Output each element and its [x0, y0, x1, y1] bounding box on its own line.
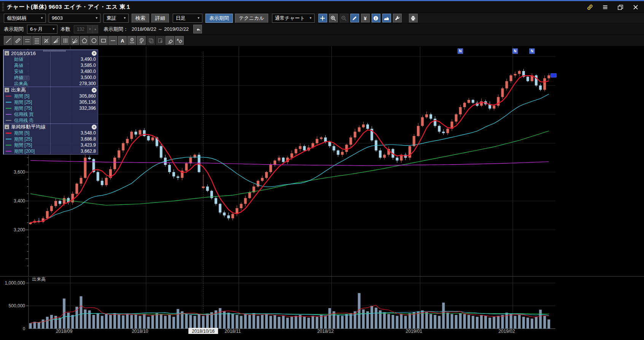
svg-text:2018/11: 2018/11 [225, 329, 241, 334]
titlebar-grip[interactable] [2, 3, 4, 11]
pentagon-tool[interactable] [80, 36, 89, 45]
ellipse-tool[interactable] [89, 36, 98, 45]
vertical-lines-tool[interactable] [61, 36, 70, 45]
svg-text:2018/12: 2018/12 [317, 329, 334, 334]
info-row: 信用残 売 [4, 117, 98, 123]
reset-period-button[interactable] [193, 25, 202, 33]
info-label: 終値 [14, 74, 23, 81]
parallel-lines-tool[interactable] [23, 36, 32, 45]
display-period-button[interactable]: 表示期間 [205, 14, 233, 23]
multi-lines-tool[interactable] [32, 36, 41, 45]
info-row: 期間 [25]3,686.8 [4, 136, 98, 142]
chevron-down-icon: ▼ [197, 16, 200, 20]
news-marker[interactable]: N [458, 49, 463, 54]
horizontal-line-tool[interactable] [108, 36, 117, 45]
rectangle-tool[interactable] [99, 36, 108, 45]
trendline-tool[interactable] [4, 36, 13, 45]
restore-icon[interactable] [617, 3, 624, 11]
svg-text:2018/10/16: 2018/10/16 [192, 329, 215, 334]
code-input[interactable]: 9603 ▼ [49, 14, 100, 23]
info-value: 3,480.0 [81, 69, 96, 74]
detail-button[interactable]: 詳細 [151, 14, 169, 23]
link-icon[interactable] [586, 3, 594, 11]
chevron-down-icon: ▼ [123, 16, 126, 20]
window-title: チャート(単体) 9603 エイチ・アイ・エス 東１ [7, 3, 131, 11]
svg-text:N: N [531, 49, 533, 53]
info-section-title: 出来高 [11, 87, 26, 93]
info-value: 3,662.8 [81, 149, 96, 154]
main-toolbar: 個別銘柄 ▼ 9603 ▼ 東証 ▼ 検索 詳細 日足 ▼ 表示期間 テクニカル… [0, 13, 644, 24]
news-marker[interactable]: N [513, 49, 518, 54]
category-select-value: 個別銘柄 [7, 15, 27, 22]
category-select[interactable]: 個別銘柄 ▼ [4, 14, 46, 23]
zoom-in-button[interactable] [329, 14, 338, 22]
chart-canvas[interactable]: 4,4004,2004,0003,8003,6003,4003,2001,000… [0, 46, 644, 340]
info-row: 始値3,490.0 [4, 56, 98, 62]
info-value: 3,585.0 [81, 63, 96, 68]
menu-icon[interactable] [601, 3, 609, 11]
titlebar: チャート(単体) 9603 エイチ・アイ・エス 東１ [0, 1, 644, 13]
series-swatch [6, 139, 11, 139]
info-section: ▲単純移動平均線✕期間 [5]3,548.0期間 [25]3,686.8期間 [… [4, 123, 98, 154]
info-row: 期間 [200]3,662.8 [4, 148, 98, 154]
close-icon[interactable]: ✕ [92, 51, 97, 56]
info-label: 出来高 [14, 81, 28, 87]
period-select[interactable]: 6ヶ月 ▼ [27, 25, 57, 34]
area-chart-button[interactable] [382, 14, 391, 22]
eraser-tool[interactable] [165, 36, 174, 45]
svg-text:N: N [459, 49, 462, 53]
icon-stamp-tool[interactable]: ICON [127, 36, 136, 45]
count-value: 132 [74, 25, 87, 33]
collapse-icon[interactable]: ▲ [5, 51, 9, 55]
news-marker[interactable]: N [530, 49, 534, 54]
crosshair-button[interactable] [318, 14, 327, 22]
series-swatch [6, 108, 11, 109]
info-label: 高値 [14, 62, 23, 69]
spinner-up-icon[interactable]: ▲ [93, 25, 98, 33]
draw-pencil-button[interactable] [350, 14, 359, 22]
fan-lines-tool[interactable] [51, 36, 60, 45]
info-label: 信用残 売 [14, 117, 33, 124]
info-value: 3,548.0 [81, 130, 96, 136]
print-button[interactable] [409, 14, 418, 22]
svg-text:N: N [514, 49, 517, 53]
market-select[interactable]: 東証 ▼ [103, 14, 129, 23]
text-tool[interactable]: A [118, 36, 127, 45]
info-button[interactable]: i [372, 14, 380, 22]
spinner-down-icon[interactable]: ▼ [87, 25, 93, 33]
history-tool[interactable] [137, 36, 146, 45]
svg-text:ICON: ICON [130, 42, 134, 44]
info-section-title: 2018/10/16 [11, 51, 36, 56]
info-value: 3,500.0 [81, 75, 96, 80]
code-input-value: 9603 [52, 15, 63, 21]
info-value: 3,490.0 [81, 57, 96, 62]
svg-text:2019/02: 2019/02 [498, 329, 515, 334]
close-icon[interactable]: ✕ [92, 125, 97, 130]
svg-text:2018/10: 2018/10 [132, 329, 148, 334]
collapse-icon[interactable]: ▲ [5, 125, 9, 129]
svg-text:2019/01: 2019/01 [406, 329, 423, 334]
speed-lines-tool[interactable] [70, 36, 79, 45]
info-row: 安値3,480.0 [4, 68, 98, 74]
chart-window: チャート(単体) 9603 エイチ・アイ・エス 東１ 個別銘柄 ▼ [0, 0, 644, 340]
yen-scale-button[interactable]: ¥ [361, 14, 370, 22]
info-panel[interactable]: ▲2018/10/16✕始値3,490.0高値3,585.0安値3,480.0終… [3, 49, 98, 155]
search-button[interactable]: 検索 [132, 14, 149, 23]
copy-tool [146, 36, 155, 45]
info-label: 期間 [75] [14, 105, 32, 112]
svg-text:500,000: 500,000 [9, 303, 25, 308]
svg-text:i: i [375, 16, 377, 20]
fibonacci-arc-tool[interactable] [42, 36, 51, 45]
series-swatch [6, 96, 11, 96]
settings-wrench-button[interactable] [393, 14, 402, 22]
close-icon[interactable]: ✕ [92, 88, 97, 93]
erase-all-tool[interactable]: A [175, 36, 184, 45]
close-icon[interactable] [632, 3, 639, 11]
undo-arrow-icon [195, 26, 201, 32]
chart-type-select[interactable]: 通常チャート ▼ [272, 14, 315, 23]
ruler-tool[interactable] [13, 36, 22, 45]
svg-text:A: A [177, 38, 179, 41]
collapse-icon[interactable]: ▲ [5, 88, 9, 92]
technical-button[interactable]: テクニカル [235, 14, 268, 23]
timeframe-select[interactable]: 日足 ▼ [173, 14, 202, 23]
